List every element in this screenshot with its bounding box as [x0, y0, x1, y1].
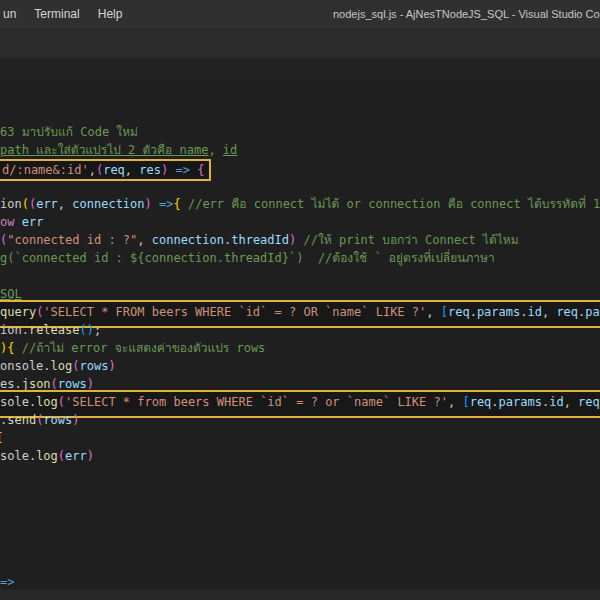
code-line[interactable]: path และใส่ตัวแปรไป 2 ตัวคือ name, id [0, 141, 600, 159]
code-token: ) [145, 197, 152, 211]
code-token: ( [58, 395, 65, 409]
code-line[interactable]: ion((err, connection) =>{ //err คือ conn… [0, 195, 600, 213]
code-token [181, 197, 188, 211]
code-token: log [36, 395, 58, 409]
code-line[interactable]: .send(rows) [0, 411, 600, 429]
code-token: , [564, 395, 578, 409]
window-title: nodejs_sql.js - AjNesTNodeJS_SQL - Visua… [333, 0, 600, 28]
code-token: , [208, 143, 222, 157]
menu-terminal[interactable]: Terminal [25, 0, 88, 28]
code-token: es [0, 377, 14, 391]
code-line[interactable]: d/:name&:id',(req, res) => { [0, 159, 600, 177]
code-token: 'SELECT * from beers WHERE `id` = ? or `… [65, 395, 448, 409]
title-bar: un Terminal Help nodejs_sql.js - AjNesTN… [0, 0, 600, 28]
code-token: connection [152, 233, 224, 247]
code-token [152, 197, 159, 211]
code-token: par [585, 305, 600, 319]
code-token: { [173, 197, 180, 211]
code-token: , [137, 233, 151, 247]
code-token: . [491, 395, 498, 409]
code-token: query [0, 305, 36, 319]
menu-help[interactable]: Help [89, 0, 132, 28]
menu-bar: un Terminal Help [2, 0, 131, 28]
code-token: , [58, 197, 72, 211]
code-line[interactable]: ion.release(); [0, 321, 600, 339]
tab-bar [0, 28, 600, 58]
code-line[interactable]: 63 มาปรับแก้ Code ใหม่ [0, 123, 600, 141]
code-token: sole [0, 449, 29, 463]
code-token: . [470, 305, 477, 319]
code-token: ) [87, 449, 94, 463]
code-token: ( [72, 359, 79, 373]
code-token: req [448, 305, 470, 319]
code-token: req [578, 395, 600, 409]
code-token: ion [0, 197, 22, 211]
code-line[interactable]: => [0, 573, 600, 588]
code-token: req [103, 163, 125, 177]
code-token: //ให้ print บอกว่า Connect ได้ไหม [303, 233, 518, 247]
code-token: rows [58, 377, 87, 391]
code-token: rows [80, 359, 109, 373]
code-token: err [65, 449, 87, 463]
code-token: => [159, 197, 173, 211]
bottom-strip [0, 589, 600, 600]
code-token: send [7, 413, 36, 427]
code-line[interactable]: sole.log('SELECT * from beers WHERE `id`… [0, 393, 600, 411]
code-token: => [0, 575, 14, 588]
code-token: //err คือ connect ไม่ได้ or connection ค… [188, 197, 600, 211]
code-token: , [125, 163, 139, 177]
code-token: ) [87, 323, 94, 337]
code-token: . [14, 377, 21, 391]
code-token [14, 215, 21, 229]
code-token: ( [58, 449, 65, 463]
code-token: log [36, 449, 58, 463]
code-line[interactable]: g(`connected id : ${connection.threadId}… [0, 249, 600, 267]
code-token: err [22, 215, 44, 229]
code-token: ow [0, 215, 14, 229]
code-token: params [499, 395, 542, 409]
code-token: id [527, 305, 541, 319]
code-token: req [470, 395, 492, 409]
code-line[interactable]: ow err [0, 213, 600, 231]
code-line[interactable]: SQL [0, 285, 600, 303]
code-token: SQL [0, 287, 22, 301]
code-token: 63 มาปรับแก้ Code ใหม่ [0, 125, 138, 139]
code-token: [ [441, 305, 448, 319]
code-token: g(`connected id : ${connection.threadId}… [0, 251, 495, 265]
code-token: threadId [231, 233, 289, 247]
code-line[interactable]: sole.log(err) [0, 447, 600, 465]
code-token: ; [94, 323, 101, 337]
code-line[interactable]: ("connected id : ?", connection.threadId… [0, 231, 600, 249]
code-token: ion [0, 323, 22, 337]
code-token: , [448, 395, 462, 409]
code-token: ) [72, 413, 79, 427]
code-token: [ [0, 431, 3, 445]
code-editor[interactable]: 63 มาปรับแก้ Code ใหม่path และใส่ตัวแปรไ… [0, 80, 600, 588]
code-line[interactable]: es.json(rows) [0, 375, 600, 393]
code-token [14, 341, 21, 355]
code-line[interactable]: onsole.log(rows) [0, 357, 600, 375]
code-token: connection [72, 197, 144, 211]
code-token: ) [108, 359, 115, 373]
code-token: json [22, 377, 51, 391]
code-line[interactable]: ){ //ถ้าไม่ error จะแสดงค่าของตัวแปร row… [0, 339, 600, 357]
code-token: { [197, 163, 204, 177]
find-match-box: d/:name&:id',(req, res) => { [0, 159, 211, 181]
code-token: onsole [0, 359, 43, 373]
code-token: d/:name&:id' [2, 163, 89, 177]
menu-run[interactable]: un [2, 0, 25, 28]
code-token: ( [80, 323, 87, 337]
code-line[interactable]: query('SELECT * FROM beers WHERE `id` = … [0, 303, 600, 321]
code-token: id [223, 143, 237, 157]
code-token: ( [51, 377, 58, 391]
code-token: , [542, 305, 556, 319]
code-token: sole [0, 395, 29, 409]
breadcrumb-bar [0, 58, 600, 80]
code-token: ) [87, 377, 94, 391]
code-line[interactable]: [ [0, 429, 596, 447]
code-token: . [43, 359, 50, 373]
code-token: params [477, 305, 520, 319]
code-token: . [22, 323, 29, 337]
code-token: 'SELECT * FROM beers WHERE `id` = ? OR `… [43, 305, 426, 319]
code-token: log [51, 359, 73, 373]
